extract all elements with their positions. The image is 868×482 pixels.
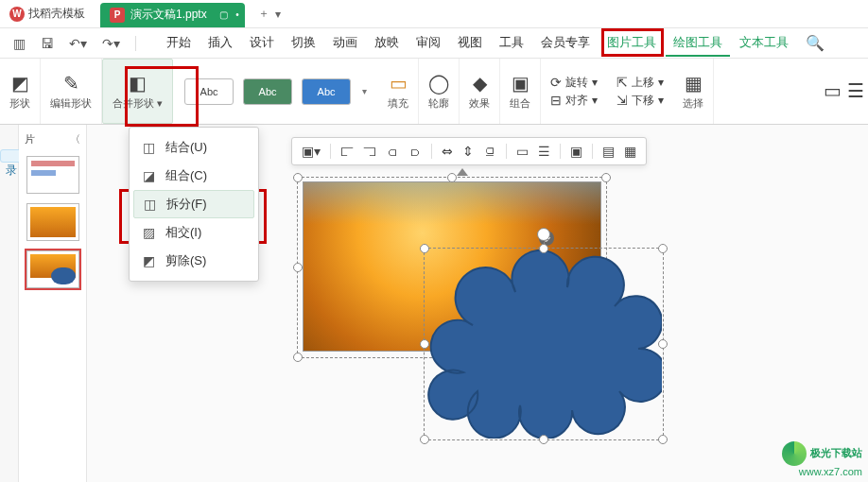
- ribbon-rotate[interactable]: ⟳旋转 ▾: [550, 75, 598, 91]
- ppt-badge-icon: P: [110, 8, 125, 23]
- ribbon-group[interactable]: ▣ 组合: [500, 59, 541, 124]
- fill-icon: ▭: [390, 72, 408, 95]
- merge-combine[interactable]: ◪ 组合(C): [130, 162, 258, 190]
- ct-dist-v-icon[interactable]: ⇕: [462, 144, 474, 159]
- slide-panel-title: 片: [25, 132, 35, 146]
- mtab-insert[interactable]: 插入: [200, 30, 240, 57]
- edit-shape-icon: ✎: [63, 72, 79, 95]
- c-handle-mr[interactable]: [658, 339, 668, 349]
- mtab-draw-tools[interactable]: 绘图工具: [666, 30, 730, 57]
- ct-grid2-icon[interactable]: ▦: [624, 144, 636, 159]
- c-handle-tr[interactable]: [658, 244, 668, 253]
- handle-ml[interactable]: [293, 263, 303, 272]
- ribbon-shape-label: 形状: [9, 96, 30, 111]
- handle-tm[interactable]: [447, 173, 457, 182]
- shape-styles-gallery[interactable]: Abc Abc Abc ▾: [173, 78, 378, 105]
- style-sample-3[interactable]: Abc: [302, 78, 351, 105]
- c-handle-br[interactable]: [658, 435, 668, 444]
- qa-redo-icon[interactable]: ↷▾: [98, 34, 124, 53]
- new-tab-controls: ＋ ▾: [258, 6, 281, 22]
- mtab-review[interactable]: 审阅: [408, 30, 448, 57]
- ribbon-outline[interactable]: ◯ 轮廓: [419, 59, 460, 124]
- mtab-design[interactable]: 设计: [242, 30, 282, 57]
- ct-align-right-icon[interactable]: ⫏: [386, 144, 399, 159]
- style-gallery-expand-icon[interactable]: ▾: [362, 86, 367, 96]
- ribbon-merge-shapes[interactable]: ◧ 合并形状 ▾: [102, 59, 173, 124]
- handle-tl[interactable]: [293, 173, 303, 182]
- title-bar: W 找稻壳模板 P 演示文稿1.pptx ▢ • ＋ ▾: [0, 0, 868, 28]
- ct-grid1-icon[interactable]: ▤: [602, 144, 615, 159]
- mtab-start[interactable]: 开始: [159, 30, 199, 57]
- quick-access: ▥ 🖫 ↶▾ ↷▾: [9, 34, 140, 53]
- qa-save-icon[interactable]: 🖫: [37, 34, 58, 53]
- ct-equal-w-icon[interactable]: ⫑: [483, 144, 496, 159]
- c-handle-tl[interactable]: [420, 244, 429, 253]
- fragment-icon: ◫: [142, 197, 157, 212]
- ribbon-edit-shape[interactable]: ✎ 编辑形状: [41, 59, 102, 124]
- ribbon-extra1-icon[interactable]: ▭: [824, 79, 842, 102]
- ribbon-outline-label: 轮廓: [428, 96, 449, 111]
- qa-open-icon[interactable]: ▥: [9, 34, 29, 53]
- c-handle-bm[interactable]: [539, 435, 548, 444]
- merge-fragment[interactable]: ◫ 拆分(F): [133, 190, 254, 218]
- c-handle-bl[interactable]: [420, 435, 429, 444]
- ribbon-align[interactable]: ⊟对齐 ▾: [550, 93, 598, 109]
- ribbon-shape[interactable]: ◩ 形状: [0, 59, 41, 124]
- ribbon-effect[interactable]: ◆ 效果: [460, 59, 500, 124]
- merge-shapes-icon: ◧: [129, 72, 147, 95]
- tab-dot-icon[interactable]: •: [235, 9, 239, 20]
- tab-list-dropdown[interactable]: ▾: [275, 8, 281, 21]
- mtab-show[interactable]: 放映: [367, 30, 407, 57]
- ribbon-move-down[interactable]: ⇲下移 ▾: [616, 93, 664, 109]
- c-handle-tm[interactable]: [539, 244, 548, 253]
- merge-union[interactable]: ◫ 结合(U): [130, 133, 258, 162]
- tab-restore-icon[interactable]: ▢: [219, 9, 228, 20]
- slide-panel-collapse-icon[interactable]: 〈: [70, 132, 80, 146]
- align-icon: ⊟: [550, 93, 562, 108]
- merge-intersect[interactable]: ▨ 相交(I): [130, 218, 258, 247]
- mtab-pic-tools[interactable]: 图片工具: [599, 30, 664, 57]
- tab-file[interactable]: P 演示文稿1.pptx ▢ •: [100, 3, 245, 27]
- cloud-selection-box[interactable]: [424, 248, 664, 440]
- ct-icon-1[interactable]: ▣▾: [302, 144, 321, 159]
- ct-rows-icon[interactable]: ☰: [538, 144, 550, 159]
- slide-thumb-1[interactable]: [26, 156, 79, 194]
- style-sample-1[interactable]: Abc: [184, 78, 234, 105]
- ct-align-center-icon[interactable]: ⫎: [363, 144, 376, 159]
- tab-window-controls: ▢ •: [219, 9, 239, 20]
- ribbon-fill[interactable]: ▭ 填充: [378, 59, 419, 124]
- merge-subtract[interactable]: ◩ 剪除(S): [130, 247, 258, 275]
- mtab-tools[interactable]: 工具: [492, 30, 531, 57]
- style-sample-2[interactable]: Abc: [243, 78, 292, 105]
- ct-dist-h-icon[interactable]: ⇔: [442, 144, 453, 159]
- mtab-transition[interactable]: 切换: [284, 30, 323, 57]
- handle-bl[interactable]: [293, 353, 303, 362]
- mtab-member[interactable]: 会员专享: [533, 30, 598, 57]
- ct-group-icon[interactable]: ▣: [570, 144, 582, 159]
- slide-thumb-2[interactable]: [26, 203, 79, 241]
- ribbon-move-up[interactable]: ⇱上移 ▾: [616, 75, 664, 91]
- ribbon-group-label: 组合: [510, 96, 530, 111]
- mtab-view[interactable]: 视图: [450, 30, 490, 57]
- mtab-animation[interactable]: 动画: [325, 30, 365, 57]
- effect-icon: ◆: [473, 72, 487, 95]
- ct-same-icon[interactable]: ▭: [516, 144, 529, 159]
- intersect-icon: ▨: [141, 225, 156, 240]
- qa-undo-icon[interactable]: ↶▾: [65, 34, 91, 53]
- top-pointer-icon: [457, 168, 468, 176]
- slide-thumb-3[interactable]: [26, 250, 79, 288]
- ribbon-move-col: ⇱上移 ▾ ⇲下移 ▾: [607, 71, 673, 112]
- c-handle-ml[interactable]: [420, 339, 429, 349]
- mtab-text-tools[interactable]: 文本工具: [732, 30, 796, 57]
- new-tab-button[interactable]: ＋: [258, 6, 269, 22]
- watermark: 极光下载站 www.xz7.com: [782, 441, 862, 478]
- ct-align-left-icon[interactable]: ⫍: [340, 144, 354, 159]
- cloud-rotate-handle[interactable]: [537, 228, 550, 241]
- menu-search-icon[interactable]: 🔍: [806, 34, 825, 52]
- file-name: 演示文稿1.pptx: [130, 7, 207, 23]
- ct-align-top-icon[interactable]: ⫐: [408, 144, 422, 159]
- handle-tr[interactable]: [601, 173, 611, 182]
- ribbon-extra2-icon[interactable]: ☰: [847, 79, 864, 102]
- tab-templates[interactable]: W 找稻壳模板: [0, 0, 95, 27]
- ribbon-select[interactable]: ▦ 选择: [673, 59, 714, 124]
